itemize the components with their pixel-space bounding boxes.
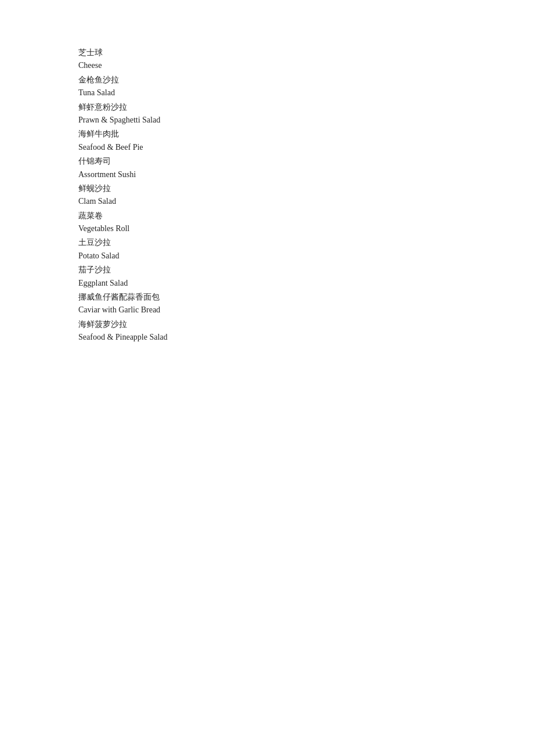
chinese-name-8: 茄子沙拉: [78, 264, 534, 276]
chinese-name-0: 芝士球: [78, 46, 534, 59]
menu-item: 什锦寿司Assortment Sushi: [78, 155, 534, 181]
english-name-10: Seafood & Pineapple Salad: [78, 331, 534, 344]
english-name-4: Assortment Sushi: [78, 168, 534, 181]
menu-item: 海鲜菠萝沙拉Seafood & Pineapple Salad: [78, 318, 534, 344]
menu-item: 挪威鱼仔酱配蒜香面包Caviar with Garlic Bread: [78, 291, 534, 317]
menu-list: 芝士球Cheese金枪鱼沙拉Tuna Salad鲜虾意粉沙拉Prawn & Sp…: [78, 46, 534, 344]
english-name-0: Cheese: [78, 59, 534, 72]
english-name-9: Caviar with Garlic Bread: [78, 304, 534, 316]
menu-item: 金枪鱼沙拉Tuna Salad: [78, 74, 534, 100]
menu-item: 茄子沙拉Eggplant Salad: [78, 264, 534, 290]
english-name-3: Seafood & Beef Pie: [78, 141, 534, 154]
menu-item: 海鲜牛肉批Seafood & Beef Pie: [78, 128, 534, 154]
menu-item: 芝士球Cheese: [78, 46, 534, 73]
menu-item: 鲜虾意粉沙拉Prawn & Spaghetti Salad: [78, 101, 534, 127]
chinese-name-3: 海鲜牛肉批: [78, 128, 534, 141]
english-name-6: Vegetables Roll: [78, 222, 534, 235]
chinese-name-2: 鲜虾意粉沙拉: [78, 101, 534, 114]
chinese-name-4: 什锦寿司: [78, 155, 534, 168]
menu-item: 鲜蚬沙拉Clam Salad: [78, 182, 534, 208]
english-name-8: Eggplant Salad: [78, 277, 534, 290]
chinese-name-7: 土豆沙拉: [78, 236, 534, 249]
english-name-5: Clam Salad: [78, 195, 534, 208]
menu-item: 蔬菜卷Vegetables Roll: [78, 210, 534, 236]
chinese-name-6: 蔬菜卷: [78, 210, 534, 222]
chinese-name-9: 挪威鱼仔酱配蒜香面包: [78, 291, 534, 304]
chinese-name-10: 海鲜菠萝沙拉: [78, 318, 534, 331]
english-name-1: Tuna Salad: [78, 87, 534, 99]
chinese-name-1: 金枪鱼沙拉: [78, 74, 534, 87]
chinese-name-5: 鲜蚬沙拉: [78, 182, 534, 195]
menu-item: 土豆沙拉Potato Salad: [78, 236, 534, 262]
english-name-7: Potato Salad: [78, 250, 534, 262]
english-name-2: Prawn & Spaghetti Salad: [78, 114, 534, 127]
